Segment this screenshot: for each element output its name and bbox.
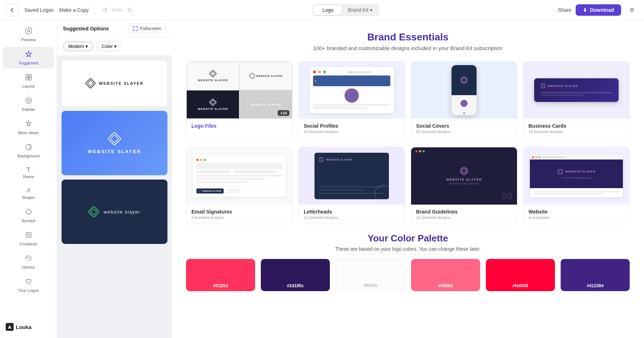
back-button[interactable] [6,4,19,16]
swatch-5[interactable]: #412384 [561,259,630,291]
topbar-center: Logo Brand Kit ▾ [134,4,558,16]
filter-modern[interactable]: Modern ▾ [63,41,93,51]
swatch-1[interactable]: #2d185c [261,259,330,291]
sidebar-label-layout: Layout [22,84,35,88]
sidebar-label-container: Container [20,242,38,246]
filter-color-chevron: ▾ [114,44,117,49]
download-button[interactable]: ⬇ Download [576,4,621,16]
design-card-social-covers[interactable]: Social Covers 55 branded designs [411,61,517,138]
website-preview: http://yourcompany.com WEBSITE SLAYER IN… [523,147,629,205]
sidebar-label-symbol: Symbol [21,219,35,223]
brand-guidelines-sub: 10 branded designs [416,215,512,220]
logo-preview-white: WEBSITE SLAYER [86,78,144,88]
design-card-email-signatures[interactable]: WEBSITE SLAYER Email Signatures 8 bra [186,147,293,224]
download-icon: ⬇ [583,7,587,13]
main-layout: Preview Suggested Layout Palette More Id… [0,20,644,338]
design-grid-row1: WEBSITE SLAYER WEBSITE SLAYER WEBSITE SL… [186,61,630,138]
design-card-brand-guidelines[interactable]: WEBSITE SLAYER INTERACTIVE DESIGN 09 Bra… [411,147,517,224]
svg-point-0 [25,28,32,34]
svg-rect-25 [462,78,467,83]
logo-text-blue: WEBSITE SLAYER [88,149,141,154]
svg-point-8 [26,144,31,150]
svg-rect-31 [460,167,468,175]
looka-logo: Looka [6,323,51,331]
design-card-letterheads[interactable]: WEBSITE SLAYER Letterheads 10 branded de… [298,147,405,224]
more-ideas-icon [25,120,32,129]
fullscreen-button[interactable]: Fullscreen [128,24,166,33]
logo-text-dark: website slayer [103,209,140,215]
sidebar-item-container[interactable]: Container [3,228,54,250]
logo-card-dark[interactable]: website slayer [62,180,167,244]
design-card-business-cards[interactable]: WEBSITE SLAYER Business Cards 19 branded… [523,61,630,138]
tab-logo[interactable]: Logo [314,5,342,15]
sidebar-item-background[interactable]: Background [3,140,54,162]
filter-modern-chevron: ▾ [86,44,88,49]
design-card-website[interactable]: http://yourcompany.com WEBSITE SLAYER IN… [523,147,630,224]
slogan-icon: A [26,187,30,194]
letterheads-preview: WEBSITE SLAYER [299,147,405,205]
design-card-social-profiles[interactable]: https://facebook.com f Social Profiles [298,61,405,138]
svg-rect-5 [29,78,31,80]
svg-rect-26 [541,83,546,88]
svg-rect-23 [211,100,215,104]
canvas-area: Suggested Options Fullscreen Modern ▾ Co… [57,20,172,338]
topbar: Saved Logos Make a Copy ↺ Undo ↻ Logo Br… [0,0,644,20]
make-copy-link[interactable]: Make a Copy [59,7,89,13]
share-button[interactable]: Share [558,7,571,13]
sidebar-label-name: Name [23,175,34,179]
hamburger-icon: ≡ [630,6,634,14]
swatch-4[interactable]: #fe0035 [486,259,555,291]
sidebar-item-palette[interactable]: Palette [3,93,54,115]
palette-icon [25,97,32,106]
color-palette-sub: These are based on your logo colors. You… [186,246,630,252]
saved-logos-link[interactable]: Saved Logos [24,7,54,13]
swatch-0[interactable]: #ff325d [186,259,255,291]
undo-button[interactable]: ↺ [101,5,109,15]
sidebar-bottom: Looka [0,319,57,335]
sidebar-item-history[interactable]: History [3,251,54,273]
history-icon [25,255,32,264]
svg-rect-2 [26,74,28,77]
design-card-logo-files[interactable]: WEBSITE SLAYER WEBSITE SLAYER WEBSITE SL… [186,61,293,138]
svg-rect-14 [87,80,93,87]
svg-rect-27 [541,84,544,87]
svg-rect-30 [320,158,323,161]
canvas-logos: WEBSITE SLAYER WEBSITE SLAYER [57,56,172,338]
logo-card-white[interactable]: WEBSITE SLAYER [62,60,167,107]
canvas-toolbar: Suggested Options Fullscreen [57,20,172,37]
svg-rect-34 [558,170,562,173]
swatch-2[interactable]: #fcfcfc [336,259,405,291]
redo-button[interactable]: ↻ [126,5,134,15]
menu-button[interactable]: ≡ [625,4,638,16]
svg-rect-21 [249,73,255,79]
sidebar-item-preview[interactable]: Preview [3,24,54,45]
symbol-icon [25,208,32,217]
suggested-icon [25,50,32,59]
svg-rect-29 [319,157,324,162]
svg-point-1 [28,30,30,32]
svg-rect-4 [26,78,28,80]
brand-guidelines-preview: WEBSITE SLAYER INTERACTIVE DESIGN 09 [411,147,517,205]
sidebar-item-your-logos[interactable]: Your Logos [3,274,54,296]
sidebar-label-preview: Preview [21,38,36,42]
logo-card-blue[interactable]: WEBSITE SLAYER [62,111,167,175]
sidebar-item-more-ideas[interactable]: More Ideas [3,117,54,138]
design-grid-row2: WEBSITE SLAYER Email Signatures 8 bra [186,147,630,224]
sidebar-item-name[interactable]: T Name [3,163,54,182]
swatch-3[interactable]: #ff6585 [411,259,480,291]
business-cards-title: Business Cards [528,123,624,129]
color-palette-title: Your Color Palette [186,233,630,244]
sidebar-item-suggested[interactable]: Suggested [3,47,54,69]
sidebar-item-layout[interactable]: Layout [3,70,54,92]
brandkit-chevron: ▾ [370,7,372,13]
email-signatures-preview: WEBSITE SLAYER [186,147,292,205]
filter-color[interactable]: Color ▾ [96,41,122,51]
sidebar-item-symbol[interactable]: Symbol [3,205,54,226]
logo-files-title: Logo Files [191,123,287,129]
your-logos-icon [25,278,32,287]
sidebar-label-slogan: Slogan [22,195,35,200]
sidebar-item-slogan[interactable]: A Slogan [3,184,54,203]
tab-brandkit[interactable]: Brand Kit ▾ [342,5,378,15]
brand-essentials-sub: 100+ branded and customizable designs in… [186,45,630,51]
topbar-right: Share ⬇ Download ≡ [558,4,638,16]
